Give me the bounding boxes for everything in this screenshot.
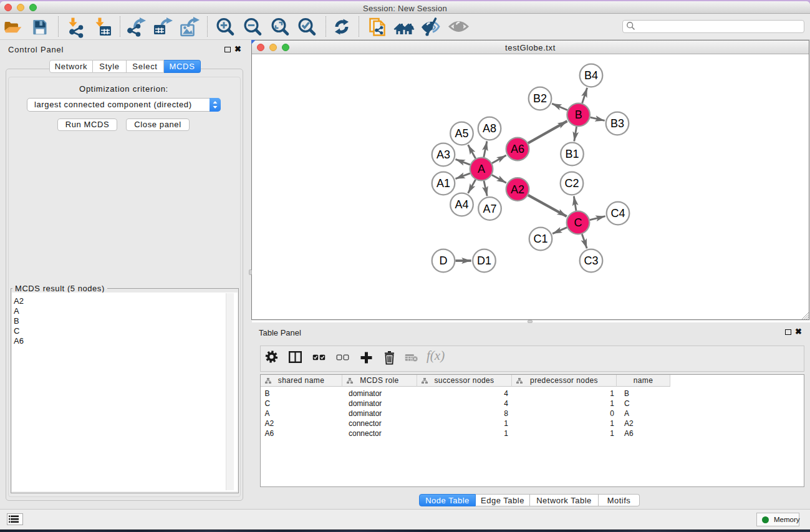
svg-text:A7: A7 bbox=[483, 203, 496, 215]
svg-text:B3: B3 bbox=[610, 117, 624, 130]
svg-text:C3: C3 bbox=[584, 254, 598, 267]
svg-text:C4: C4 bbox=[610, 207, 625, 220]
svg-text:C2: C2 bbox=[564, 177, 579, 190]
svg-text:A3: A3 bbox=[436, 148, 450, 161]
svg-text:B1: B1 bbox=[565, 148, 579, 160]
svg-text:A8: A8 bbox=[483, 122, 496, 135]
svg-text:B: B bbox=[575, 109, 582, 121]
svg-text:A6: A6 bbox=[511, 143, 524, 155]
svg-text:A: A bbox=[478, 163, 485, 175]
svg-text:D1: D1 bbox=[477, 254, 491, 267]
svg-text:A2: A2 bbox=[511, 183, 524, 196]
svg-text:C1: C1 bbox=[533, 233, 547, 245]
svg-text:A5: A5 bbox=[455, 127, 468, 140]
svg-text:B2: B2 bbox=[533, 92, 547, 105]
svg-text:B4: B4 bbox=[584, 69, 598, 82]
svg-text:C: C bbox=[574, 216, 582, 229]
svg-text:A4: A4 bbox=[455, 198, 468, 211]
svg-text:D: D bbox=[440, 254, 448, 267]
svg-text:A1: A1 bbox=[436, 177, 450, 190]
